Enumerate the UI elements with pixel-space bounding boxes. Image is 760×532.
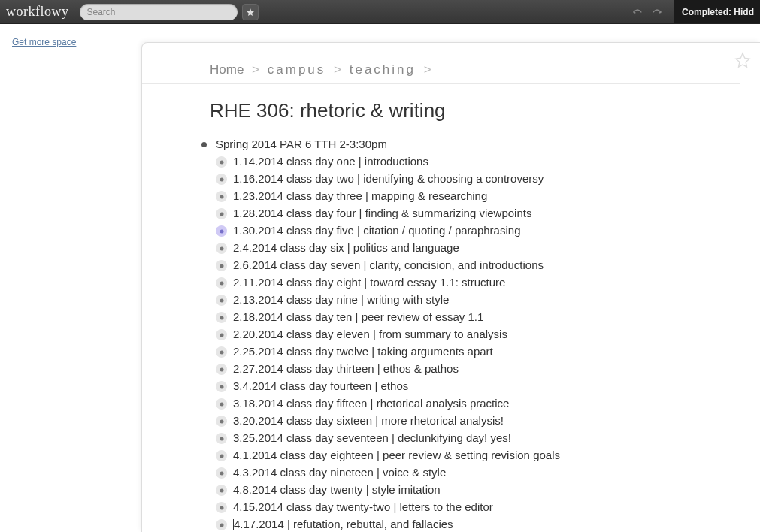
bullet-icon[interactable] xyxy=(216,346,227,358)
left-column: Get more space xyxy=(12,35,76,48)
bullet-icon[interactable] xyxy=(216,208,227,219)
bullet-icon[interactable] xyxy=(216,485,227,496)
outline-node: 1.23.2014 class day three | mapping & re… xyxy=(216,188,760,204)
breadcrumb: Home > campus > teaching > xyxy=(142,62,740,84)
outline-node: 4.1.2014 class day eighteen | peer revie… xyxy=(216,447,760,464)
node-text[interactable]: 1.14.2014 class day one | introductions xyxy=(233,153,428,170)
node-text[interactable]: 1.30.2014 class day five | citation / qu… xyxy=(233,222,520,239)
outline-node: 4.15.2014 class day twenty-two | letters… xyxy=(216,499,760,515)
node-text[interactable]: 1.28.2014 class day four | finding & sum… xyxy=(233,205,531,222)
node-text[interactable]: 2.11.2014 class day eight | toward essay… xyxy=(233,274,505,291)
page-title[interactable]: RHE 306: rhetoric & writing xyxy=(142,84,760,136)
outline-node: 1.16.2014 class day two | identifying & … xyxy=(216,171,760,187)
node-text[interactable]: 2.27.2014 class day thirteen | ethos & p… xyxy=(233,361,459,377)
breadcrumb-teaching[interactable]: teaching xyxy=(350,62,416,77)
bullet-icon[interactable] xyxy=(216,277,227,289)
node-text[interactable]: 3.4.2014 class day fourteen | ethos xyxy=(233,378,408,394)
node-text[interactable]: 2.4.2014 class day six | politics and la… xyxy=(233,240,459,256)
node-text[interactable]: 3.25.2014 class day seventeen | declunki… xyxy=(233,430,511,446)
outline-node: 1.28.2014 class day four | finding & sum… xyxy=(216,205,760,222)
bullet-icon[interactable] xyxy=(216,191,227,202)
undo-icon[interactable] xyxy=(631,5,643,19)
bullet-icon[interactable] xyxy=(216,329,227,340)
node-text[interactable]: 3.20.2014 class day sixteen | more rheto… xyxy=(233,413,504,429)
outline-node: 3.25.2014 class day seventeen | declunki… xyxy=(216,430,760,446)
outline-node: 2.4.2014 class day six | politics and la… xyxy=(216,240,760,256)
breadcrumb-home[interactable]: Home xyxy=(210,62,244,77)
bullet-icon[interactable] xyxy=(216,243,227,254)
bullet-icon[interactable] xyxy=(216,156,227,168)
redo-icon[interactable] xyxy=(651,5,663,19)
node-text[interactable]: 1.23.2014 class day three | mapping & re… xyxy=(233,188,487,204)
bullet-icon[interactable] xyxy=(216,225,227,237)
outline-node: 4.3.2014 class day nineteen | voice & st… xyxy=(216,464,760,481)
star-filter-button[interactable] xyxy=(242,4,259,20)
bullet-icon[interactable] xyxy=(216,416,227,427)
bullet-icon[interactable] xyxy=(216,312,227,323)
bullet-icon[interactable] xyxy=(216,467,227,479)
node-text[interactable]: 4.3.2014 class day nineteen | voice & st… xyxy=(233,464,446,481)
node-text[interactable]: Spring 2014 PAR 6 TTH 2-3:30pm xyxy=(216,136,387,153)
outline-node: 2.20.2014 class day eleven | from summar… xyxy=(216,326,760,343)
bullet-icon[interactable] xyxy=(216,174,227,185)
node-text[interactable]: 2.13.2014 class day nine | writing with … xyxy=(233,292,449,308)
node-text[interactable]: 2.25.2014 class day twelve | taking argu… xyxy=(233,343,493,360)
topbar: workflowy Completed: Hidd xyxy=(0,0,760,24)
outline-node: 3.4.2014 class day fourteen | ethos xyxy=(216,378,760,394)
node-text[interactable]: 4.8.2014 class day twenty | style imitat… xyxy=(233,482,441,498)
outline-children: 1.14.2014 class day one | introductions1… xyxy=(199,153,760,532)
node-text[interactable]: 4.1.2014 class day eighteen | peer revie… xyxy=(233,447,560,464)
outline-node: 2.11.2014 class day eight | toward essay… xyxy=(216,274,760,291)
breadcrumb-sep: > xyxy=(334,62,341,77)
search-input[interactable] xyxy=(80,4,238,20)
get-more-space-link[interactable]: Get more space xyxy=(12,37,76,47)
bullet-icon[interactable] xyxy=(216,364,227,375)
bullet-icon[interactable] xyxy=(216,295,227,306)
outline-node: 2.13.2014 class day nine | writing with … xyxy=(216,292,760,308)
outline-node: 2.25.2014 class day twelve | taking argu… xyxy=(216,343,760,360)
outline-node: 2.6.2014 class day seven | clarity, conc… xyxy=(216,257,760,274)
bullet-icon[interactable] xyxy=(216,502,227,513)
outline-node: 2.18.2014 class day ten | peer review of… xyxy=(216,309,760,325)
topbar-right: Completed: Hidd xyxy=(631,0,760,23)
outline-node-root: Spring 2014 PAR 6 TTH 2-3:30pm xyxy=(199,136,760,153)
breadcrumb-sep: > xyxy=(252,62,259,77)
outline-node: 1.14.2014 class day one | introductions xyxy=(216,153,760,170)
undo-redo-group xyxy=(631,5,663,19)
bullet-icon[interactable] xyxy=(201,142,207,147)
node-text[interactable]: 4.15.2014 class day twenty-two | letters… xyxy=(233,499,493,515)
bullet-icon[interactable] xyxy=(216,450,227,461)
outline-node: 1.30.2014 class day five | citation / qu… xyxy=(216,222,760,239)
logo[interactable]: workflowy xyxy=(6,4,69,20)
bullet-icon[interactable] xyxy=(216,260,227,271)
outline-node: 3.18.2014 class day fifteen | rhetorical… xyxy=(216,395,760,412)
outline-tree: Spring 2014 PAR 6 TTH 2-3:30pm 1.14.2014… xyxy=(142,136,760,532)
outline-node: 2.27.2014 class day thirteen | ethos & p… xyxy=(216,361,760,377)
outline-node: 4.17.2014 | refutation, rebuttal, and fa… xyxy=(216,516,760,532)
outline-node: 3.20.2014 class day sixteen | more rheto… xyxy=(216,413,760,429)
bullet-icon[interactable] xyxy=(216,519,227,530)
bullet-icon[interactable] xyxy=(216,398,227,410)
outline-node: 4.8.2014 class day twenty | style imitat… xyxy=(216,482,760,498)
node-text[interactable]: 2.18.2014 class day ten | peer review of… xyxy=(233,309,483,325)
star-page-icon[interactable] xyxy=(734,52,751,73)
breadcrumb-campus[interactable]: campus xyxy=(268,62,326,77)
completed-toggle[interactable]: Completed: Hidd xyxy=(674,0,760,23)
node-text[interactable]: 1.16.2014 class day two | identifying & … xyxy=(233,171,544,187)
bullet-icon[interactable] xyxy=(216,433,227,444)
node-text[interactable]: 3.18.2014 class day fifteen | rhetorical… xyxy=(233,395,509,412)
node-text[interactable]: 4.17.2014 | refutation, rebuttal, and fa… xyxy=(233,516,453,532)
bullet-icon[interactable] xyxy=(216,381,227,392)
node-text[interactable]: 2.20.2014 class day eleven | from summar… xyxy=(233,326,507,343)
breadcrumb-sep: > xyxy=(424,62,431,77)
search-wrap xyxy=(80,4,259,20)
page: Home > campus > teaching > RHE 306: rhet… xyxy=(141,42,760,532)
node-text[interactable]: 2.6.2014 class day seven | clarity, conc… xyxy=(233,257,544,274)
